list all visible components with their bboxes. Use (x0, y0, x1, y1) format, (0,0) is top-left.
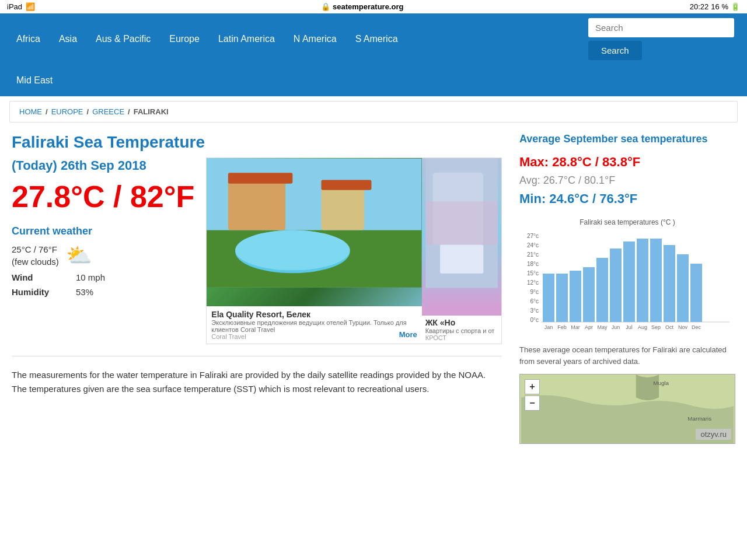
humidity-value: 53% (76, 287, 93, 297)
ad-main-desc: Эксклюзивные предложения ведущих отелей … (211, 319, 417, 333)
svg-rect-37 (637, 239, 648, 322)
nav-africa[interactable]: Africa (7, 23, 50, 55)
ad-main-image: Ela Quality Resort, Белек Эксклюзивные п… (207, 158, 421, 344)
nav-n-america[interactable]: N America (284, 23, 346, 55)
chart-container: Faliraki sea temperatures (°C ) 27°c 24°… (519, 218, 735, 337)
battery-level: 16 % (711, 2, 728, 11)
humidity-label: Humidity (12, 287, 58, 297)
weather-temp-text: 25°C / 76°F (12, 243, 59, 256)
nav-links-row1: Africa Asia Aus & Pacific Europe Latin A… (7, 23, 588, 55)
svg-point-7 (235, 230, 350, 271)
nav-latin-america[interactable]: Latin America (209, 23, 284, 55)
svg-text:Jun: Jun (612, 324, 620, 330)
current-temp: 27.8°C / 82°F (12, 180, 194, 214)
svg-rect-10 (440, 244, 483, 273)
svg-text:Oct: Oct (665, 324, 674, 330)
svg-text:Mar: Mar (571, 324, 580, 330)
svg-text:Dec: Dec (692, 324, 701, 330)
weather-desc-area: 25°C / 76°F (few clouds) (12, 243, 59, 268)
svg-rect-11 (425, 201, 498, 244)
svg-rect-29 (583, 267, 595, 322)
map-controls: + − (525, 379, 540, 411)
svg-text:15°c: 15°c (527, 270, 539, 276)
nav-row2: Mid East (7, 65, 740, 96)
wind-value: 10 mph (76, 272, 105, 282)
svg-text:9°c: 9°c (530, 289, 539, 295)
ad-side-source: КРОСТ (425, 334, 498, 341)
nav-europe[interactable]: Europe (160, 23, 209, 55)
map-area: Mugla Marmaris + − otzyv.ru (519, 374, 735, 444)
date-text: (Today) 26th Sep 2018 (12, 158, 194, 174)
site-url: seatemperature.org (333, 2, 403, 11)
svg-text:Sep: Sep (651, 324, 661, 330)
svg-rect-4 (322, 187, 365, 230)
main-content: Faliraki Sea Temperature (Today) 26th Se… (0, 127, 747, 450)
status-bar: iPad 📶 🔒 seatemperature.org 20:22 16 % 🔋 (0, 0, 747, 13)
time: 20:22 (690, 2, 709, 11)
weather-condition: (few clouds) (12, 256, 59, 268)
svg-text:Marmaris: Marmaris (687, 415, 711, 422)
status-right: 20:22 16 % 🔋 (690, 2, 740, 11)
ad-more-link[interactable]: More (399, 330, 417, 339)
wind-row: Wind 10 mph (12, 272, 194, 282)
breadcrumb-home[interactable]: HOME (19, 107, 42, 116)
avg-title: Average September sea temperatures (519, 133, 735, 145)
ipad-label: iPad (7, 2, 22, 11)
map-zoom-in[interactable]: + (525, 379, 540, 394)
weather-row: 25°C / 76°F (few clouds) ⛅ (12, 243, 194, 268)
svg-rect-3 (228, 173, 293, 183)
svg-text:3°c: 3°c (530, 307, 539, 314)
ad-side-desc: Квартиры с спорта и от (425, 327, 498, 334)
current-weather-label: Current weather (12, 225, 194, 237)
lock-icon: 🔒 (321, 2, 330, 11)
svg-text:Nov: Nov (678, 324, 688, 330)
nav-s-america[interactable]: S America (346, 23, 407, 55)
svg-rect-31 (596, 258, 608, 322)
svg-rect-23 (543, 274, 554, 322)
chart-desc: These average ocean temperatures for Fal… (519, 344, 735, 367)
ad-main-text: Ela Quality Resort, Белек Эксклюзивные п… (207, 306, 421, 344)
partly-cloudy-icon: ⛅ (66, 243, 92, 268)
svg-text:May: May (597, 324, 608, 330)
search-button[interactable]: Search (588, 41, 642, 60)
svg-text:Apr: Apr (585, 324, 593, 330)
svg-text:24°c: 24°c (527, 242, 539, 249)
ad-main-source: Coral Travel (211, 333, 417, 340)
search-input[interactable] (588, 18, 734, 37)
nav-row1: Africa Asia Aus & Pacific Europe Latin A… (7, 13, 740, 65)
svg-rect-35 (623, 242, 635, 322)
wind-label: Wind (12, 272, 58, 282)
chart-title: Faliraki sea temperatures (°C ) (519, 218, 735, 226)
left-column: Faliraki Sea Temperature (Today) 26th Se… (12, 133, 502, 444)
bottom-text: The measurements for the water temperatu… (12, 368, 502, 396)
temp-avg: Avg: 26.7°C / 80.1°F (519, 174, 735, 187)
ad-side-image: ЖК «Но Квартиры с спорта и от КРОСТ (422, 158, 501, 344)
svg-rect-2 (228, 180, 285, 230)
svg-text:Feb: Feb (557, 324, 567, 330)
page-title: Faliraki Sea Temperature (12, 133, 502, 152)
svg-rect-5 (322, 180, 372, 190)
svg-rect-33 (610, 249, 622, 322)
svg-rect-25 (556, 274, 568, 322)
svg-rect-27 (570, 271, 581, 322)
search-area: Search (588, 13, 740, 65)
nav-mid-east[interactable]: Mid East (7, 65, 62, 96)
battery-icon: 🔋 (731, 2, 740, 11)
svg-rect-45 (690, 264, 702, 322)
breadcrumb-europe[interactable]: EUROPE (51, 107, 83, 116)
nav-aus-pacific[interactable]: Aus & Pacific (86, 23, 160, 55)
svg-rect-39 (650, 239, 662, 322)
svg-text:Mugla: Mugla (653, 380, 669, 386)
content-area: (Today) 26th Sep 2018 27.8°C / 82°F Curr… (12, 158, 502, 344)
breadcrumb-greece[interactable]: GREECE (92, 107, 124, 116)
humidity-row: Humidity 53% (12, 287, 194, 297)
svg-text:Jul: Jul (626, 324, 633, 330)
map-zoom-out[interactable]: − (525, 396, 540, 411)
ad-main-title: Ela Quality Resort, Белек (211, 310, 417, 319)
temp-min: Min: 24.6°C / 76.3°F (519, 191, 735, 206)
map-watermark: otzyv.ru (696, 429, 731, 440)
nav-asia[interactable]: Asia (50, 23, 86, 55)
side-ad-svg (422, 158, 501, 288)
svg-text:18°c: 18°c (527, 261, 539, 267)
nav-bar: Africa Asia Aus & Pacific Europe Latin A… (0, 13, 747, 96)
